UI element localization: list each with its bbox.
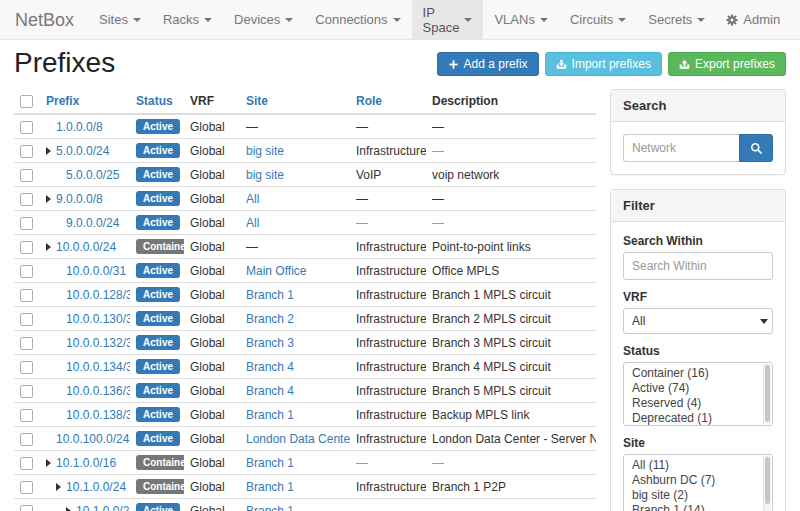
site-link[interactable]: London Data Center: [246, 432, 350, 446]
filter-input-search-within[interactable]: [623, 252, 773, 280]
column-header-status[interactable]: Status: [136, 94, 173, 108]
prefix-link[interactable]: 10.0.0.132/31: [66, 336, 130, 350]
prefix-link[interactable]: 10.0.0.136/31: [66, 384, 130, 398]
prefix-link[interactable]: 10.1.0.0/25: [76, 504, 130, 511]
select-all-checkbox[interactable]: [20, 95, 33, 108]
row-checkbox[interactable]: [20, 433, 33, 446]
row-checkbox[interactable]: [20, 409, 33, 422]
row-checkbox[interactable]: [20, 121, 33, 134]
nav-item-circuits[interactable]: Circuits: [559, 0, 637, 39]
site-link[interactable]: big site: [246, 168, 284, 182]
option-ashburn-dc-7[interactable]: Ashburn DC (7): [624, 473, 772, 488]
status-badge: Active: [136, 407, 180, 422]
indent-spacer: [46, 178, 56, 179]
prefix-link[interactable]: 5.0.0.0/24: [56, 144, 109, 158]
prefix-link[interactable]: 10.0.0.128/31: [66, 288, 130, 302]
site-link[interactable]: Main Office: [246, 264, 306, 278]
row-checkbox[interactable]: [20, 169, 33, 182]
prefix-link[interactable]: 9.0.0.0/24: [66, 216, 119, 230]
option-branch-1-14[interactable]: Branch 1 (14): [624, 503, 772, 511]
chevron-down-icon: [760, 319, 768, 324]
import-prefixes-button[interactable]: Import prefixes: [545, 52, 662, 76]
row-checkbox[interactable]: [20, 265, 33, 278]
nav-item-vlans[interactable]: VLANs: [483, 0, 558, 39]
row-checkbox[interactable]: [20, 145, 33, 158]
prefix-link[interactable]: 10.0.0.134/31: [66, 360, 130, 374]
site-link[interactable]: Branch 1: [246, 288, 294, 302]
site-link[interactable]: Branch 1: [246, 480, 294, 494]
row-checkbox[interactable]: [20, 313, 33, 326]
column-header-role[interactable]: Role: [356, 94, 382, 108]
filter-label-site: Site: [623, 436, 773, 450]
role-cell: Infrastructure: [356, 432, 426, 446]
prefix-link[interactable]: 10.0.0.130/31: [66, 312, 130, 326]
site-link[interactable]: Branch 4: [246, 384, 294, 398]
filter-multiselect-site[interactable]: All (11)Ashburn DC (7)big site (2)Branch…: [623, 454, 773, 511]
vrf-cell: Global: [184, 475, 240, 499]
nav-item-sites[interactable]: Sites: [88, 0, 152, 39]
scrollbar-thumb[interactable]: [765, 365, 770, 422]
indent-spacer: [46, 418, 56, 419]
filter-label-vrf: VRF: [623, 290, 773, 304]
column-header-prefix[interactable]: Prefix: [46, 94, 79, 108]
search-button[interactable]: [739, 134, 773, 162]
vrf-cell: Global: [184, 283, 240, 307]
prefix-link[interactable]: 1.0.0.0/8: [56, 120, 103, 134]
site-link[interactable]: Branch 1: [246, 456, 294, 470]
option-container-16[interactable]: Container (16): [624, 366, 772, 381]
scrollbar-thumb[interactable]: [765, 457, 770, 504]
row-checkbox[interactable]: [20, 337, 33, 350]
prefix-link[interactable]: 5.0.0.0/25: [66, 168, 119, 182]
option-reserved-4[interactable]: Reserved (4): [624, 396, 772, 411]
site-link[interactable]: Branch 1: [246, 504, 294, 511]
nav-item-devices[interactable]: Devices: [223, 0, 304, 39]
row-checkbox[interactable]: [20, 289, 33, 302]
row-checkbox[interactable]: [20, 505, 33, 511]
prefix-link[interactable]: 10.0.0.0/24: [56, 240, 116, 254]
scrollbar[interactable]: [763, 456, 771, 511]
prefix-link[interactable]: 10.1.0.0/16: [56, 456, 116, 470]
nav-item-connections[interactable]: Connections: [304, 0, 411, 39]
site-link[interactable]: Branch 1: [246, 408, 294, 422]
option-big-site-2[interactable]: big site (2): [624, 488, 772, 503]
chevron-down-icon: [464, 18, 472, 22]
row-checkbox[interactable]: [20, 457, 33, 470]
filter-multiselect-status[interactable]: Container (16)Active (74)Reserved (4)Dep…: [623, 362, 773, 426]
app-brand[interactable]: NetBox: [0, 0, 88, 39]
site-link[interactable]: All: [246, 216, 259, 230]
scrollbar[interactable]: [763, 364, 771, 424]
nav-item-racks[interactable]: Racks: [152, 0, 223, 39]
nav-profile-link[interactable]: Profile: [790, 0, 800, 39]
row-checkbox[interactable]: [20, 361, 33, 374]
option-all-11[interactable]: All (11): [624, 458, 772, 473]
nav-item-ip-space[interactable]: IP Space: [412, 0, 484, 39]
prefix-link[interactable]: 10.0.0.0/31: [66, 264, 126, 278]
role-cell: Infrastructure: [356, 144, 426, 158]
prefix-link[interactable]: 10.0.0.138/31: [66, 408, 130, 422]
site-link[interactable]: big site: [246, 144, 284, 158]
prefix-table: PrefixStatusVRFSiteRoleDescription 1.0.0…: [14, 89, 596, 511]
prefix-link[interactable]: 9.0.0.0/8: [56, 192, 103, 206]
status-badge: Active: [136, 359, 180, 374]
site-link[interactable]: Branch 4: [246, 360, 294, 374]
site-link[interactable]: All: [246, 192, 259, 206]
option-deprecated-1[interactable]: Deprecated (1): [624, 411, 772, 426]
option-active-74[interactable]: Active (74): [624, 381, 772, 396]
nav-item-secrets[interactable]: Secrets: [637, 0, 716, 39]
site-link[interactable]: Branch 2: [246, 312, 294, 326]
row-checkbox[interactable]: [20, 193, 33, 206]
prefix-link[interactable]: 10.0.100.0/24: [56, 432, 129, 446]
site-link[interactable]: Branch 3: [246, 336, 294, 350]
search-input[interactable]: [623, 134, 739, 162]
row-checkbox[interactable]: [20, 481, 33, 494]
export-prefixes-button[interactable]: Export prefixes: [668, 52, 786, 76]
row-checkbox[interactable]: [20, 241, 33, 254]
row-checkbox[interactable]: [20, 217, 33, 230]
column-header-site[interactable]: Site: [246, 94, 268, 108]
button-label: Add a prefix: [464, 57, 528, 71]
filter-select-vrf[interactable]: All: [623, 308, 773, 334]
add-a-prefix-button[interactable]: Add a prefix: [437, 52, 539, 76]
row-checkbox[interactable]: [20, 385, 33, 398]
prefix-link[interactable]: 10.1.0.0/24: [66, 480, 126, 494]
nav-admin-link[interactable]: Admin: [716, 0, 790, 39]
